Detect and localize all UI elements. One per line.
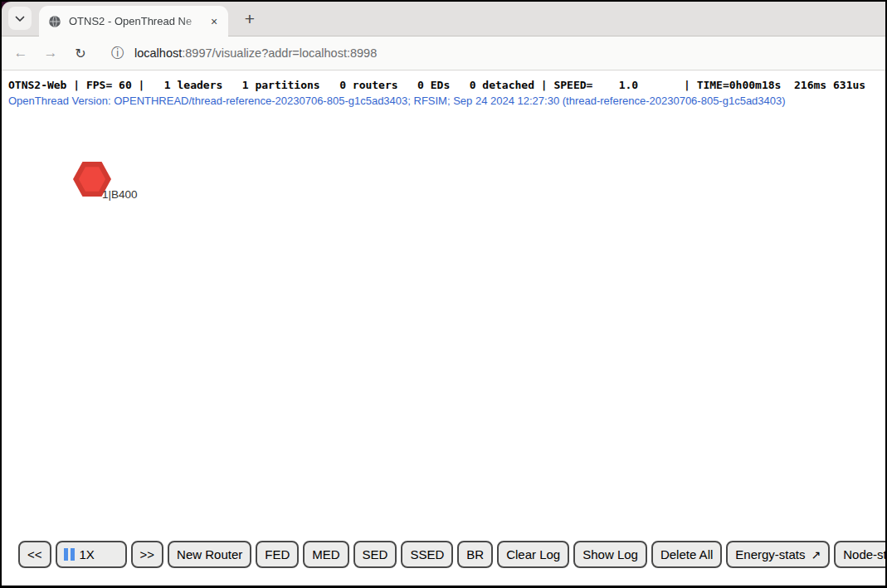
address-bar[interactable]: ⓘ localhost:8997/visualize?addr=localhos… bbox=[111, 45, 377, 62]
forward-icon[interactable]: → bbox=[41, 45, 60, 61]
ssed-button[interactable]: SSED bbox=[401, 541, 453, 568]
reload-icon[interactable]: ↻ bbox=[71, 46, 90, 61]
fed-button[interactable]: FED bbox=[256, 541, 299, 568]
new-router-button[interactable]: New Router bbox=[168, 541, 251, 568]
speed-label: 1X bbox=[80, 547, 95, 561]
simulation-toolbar: << 1X >> New Router FED MED SED SSED BR … bbox=[18, 541, 887, 568]
tab-title: OTNS2 - OpenThread Ne bbox=[69, 15, 207, 27]
node-stats-label: Node-stats bbox=[843, 547, 887, 561]
tab-strip: OTNS2 - OpenThread Ne × + bbox=[2, 2, 885, 36]
energy-stats-button[interactable]: Energy-stats ↗ bbox=[726, 541, 830, 568]
node-stats-button[interactable]: Node-stats ↗ bbox=[834, 541, 887, 568]
back-icon[interactable]: ← bbox=[12, 45, 30, 61]
external-link-icon: ↗ bbox=[811, 548, 821, 561]
new-tab-button[interactable]: + bbox=[237, 7, 262, 32]
status-line: OTNS2-Web | FPS= 60 | 1 leaders 1 partit… bbox=[8, 78, 885, 92]
pause-icon bbox=[64, 548, 75, 561]
clear-log-button[interactable]: Clear Log bbox=[497, 541, 569, 568]
sed-button[interactable]: SED bbox=[353, 541, 397, 568]
browser-toolbar: ← → ↻ ⓘ localhost:8997/visualize?addr=lo… bbox=[2, 36, 885, 70]
med-button[interactable]: MED bbox=[303, 541, 348, 568]
url-path: :8997/visualize?addr=localhost:8998 bbox=[182, 46, 377, 60]
step-back-button[interactable]: << bbox=[18, 541, 51, 568]
tab-close-icon[interactable]: × bbox=[207, 15, 222, 28]
br-button[interactable]: BR bbox=[457, 541, 493, 568]
globe-favicon-icon bbox=[48, 15, 61, 28]
info-icon[interactable]: ⓘ bbox=[111, 45, 124, 62]
delete-all-button[interactable]: Delete All bbox=[651, 541, 722, 568]
speed-button[interactable]: 1X bbox=[56, 541, 127, 568]
version-line: OpenThread Version: OPENTHREAD/thread-re… bbox=[8, 95, 885, 107]
step-forward-button[interactable]: >> bbox=[131, 541, 164, 568]
node-label: 1|B400 bbox=[102, 188, 138, 201]
browser-window: OTNS2 - OpenThread Ne × + ← → ↻ ⓘ localh… bbox=[0, 0, 887, 588]
simulator-canvas: OTNS2-Web | FPS= 60 | 1 leaders 1 partit… bbox=[2, 70, 885, 585]
tab-search-button[interactable] bbox=[8, 7, 32, 30]
show-log-button[interactable]: Show Log bbox=[573, 541, 647, 568]
tab-otns2[interactable]: OTNS2 - OpenThread Ne × bbox=[39, 6, 228, 36]
url-host: localhost bbox=[134, 46, 182, 60]
chevron-down-icon bbox=[15, 11, 25, 26]
energy-stats-label: Energy-stats bbox=[735, 547, 805, 561]
